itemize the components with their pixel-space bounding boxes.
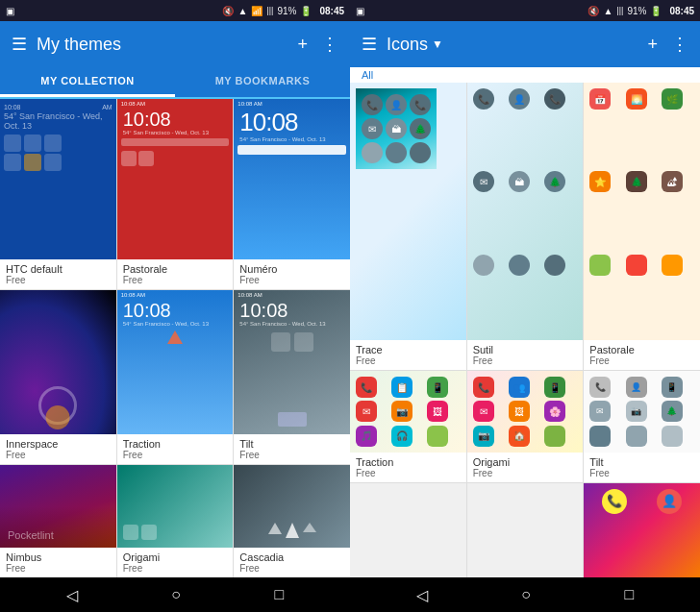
left-toolbar-actions: + ⋮ [297, 34, 338, 55]
signal-bars-right: ||| [616, 6, 623, 15]
origami-icons-price: Free [473, 468, 578, 478]
theme-traction[interactable]: 10:08 AM 10:08 54° San Francisco - Wed, … [117, 290, 234, 464]
tilt-icons-name: Tilt [589, 456, 694, 468]
empty-cell-1 [350, 483, 466, 577]
iconset-pastorale-icons[interactable]: 📅 🌅 🌿 ⭐ 🌲 🏕 Pastorale Free [584, 83, 700, 370]
add-theme-button[interactable]: + [297, 35, 308, 55]
pastorale-icons-preview: 📅 🌅 🌿 ⭐ 🌲 🏕 [584, 83, 700, 340]
pastorale-icons-info: Pastorale Free [584, 340, 700, 370]
tab-my-collection[interactable]: MY COLLECTION [0, 67, 175, 97]
sutil-name: Sutil [473, 344, 578, 355]
icons-subtitle: All [350, 67, 700, 83]
right-hamburger-icon[interactable]: ☰ [362, 34, 377, 55]
pastorale-icons-price: Free [589, 355, 694, 366]
hamburger-menu-icon[interactable]: ☰ [12, 34, 27, 55]
right-back-button[interactable]: ◁ [416, 586, 428, 604]
screen-icon: ▣ [6, 6, 14, 16]
theme-pastorale-name: Pastorale [123, 263, 228, 275]
theme-cascadia-preview [234, 465, 350, 548]
theme-origami-preview [117, 465, 234, 548]
right-panel-title: Icons [387, 35, 428, 55]
theme-tilt-info: Tilt Free [234, 434, 350, 464]
left-panel: ▣ 🔇 ▲ 📶 ||| 91% 🔋 08:45 ☰ My themes + ⋮ … [0, 0, 350, 612]
collection-tabs: MY COLLECTION MY BOOKMARKS [0, 67, 350, 99]
battery-icon-right: 🔋 [650, 6, 662, 16]
theme-cascadia-name: Cascadia [239, 551, 344, 563]
add-iconset-button[interactable]: + [647, 35, 658, 55]
theme-pastorale-price: Free [123, 275, 228, 285]
origami-icons-info: Origami Free [467, 453, 584, 482]
iconset-sutil[interactable]: 📞 👤 📞 ✉ 🏔 🌲 Sutil Free [467, 83, 584, 370]
battery-icon: 🔋 [300, 6, 312, 16]
dropdown-icon[interactable]: ▼ [432, 37, 443, 51]
right-panel-title-area: Icons ▼ [387, 35, 638, 55]
sutil-preview: 📞 👤 📞 ✉ 🏔 🌲 [467, 83, 584, 340]
tilt-icons-info: Tilt Free [584, 453, 700, 482]
tilt-bottom-cell[interactable]: 📞 👤 [584, 483, 700, 577]
theme-traction-preview: 10:08 AM 10:08 54° San Francisco - Wed, … [117, 290, 234, 434]
theme-innerspace-price: Free [6, 450, 111, 460]
mute-icon-right: 🔇 [588, 6, 599, 16]
right-home-button[interactable]: ○ [521, 586, 531, 603]
theme-tilt[interactable]: 10:08 AM 10:08 54° San Francisco - Wed, … [234, 290, 350, 464]
origami-icons-preview: 📞 👥 📱 ✉ 🖼 🌸 📷 🏠 [467, 371, 584, 452]
back-button[interactable]: ◁ [66, 586, 78, 604]
traction-icons-price: Free [356, 468, 461, 478]
left-top-bar: ☰ My themes + ⋮ [0, 21, 350, 67]
theme-origami-price: Free [123, 563, 228, 574]
left-status-bar: ▣ 🔇 ▲ 📶 ||| 91% 🔋 08:45 [0, 0, 350, 21]
theme-nimbus[interactable]: Nimbus Free [0, 465, 116, 577]
theme-pastorale[interactable]: 10:08 AM 10:08 54° San Francisco - Wed, … [117, 99, 234, 289]
recents-button[interactable]: □ [275, 586, 285, 603]
theme-numero-info: Numéro Free [234, 259, 350, 289]
time-display: 08:45 [319, 6, 344, 16]
iconset-origami-icons[interactable]: 📞 👥 📱 ✉ 🖼 🌸 📷 🏠 Origami Free [467, 371, 584, 481]
battery-text: 91% [277, 6, 296, 16]
theme-innerspace[interactable]: Innerspace Free [0, 290, 116, 464]
theme-numero[interactable]: 10:08 AM 10:08 54° San Francisco - Wed, … [234, 99, 350, 289]
theme-nimbus-name: Nimbus [6, 551, 111, 563]
sutil-info: Sutil Free [467, 340, 584, 370]
left-nav-bar: ◁ ○ □ [0, 577, 350, 612]
theme-cascadia[interactable]: Cascadia Free [234, 465, 350, 577]
tilt-bottom-preview: 📞 👤 [584, 483, 700, 577]
icons-grid: 📞 👤 📞 ✉ 🏔 🌲 Trace Free 📞 � [350, 83, 700, 577]
theme-pastorale-preview: 10:08 AM 10:08 54° San Francisco - Wed, … [117, 99, 234, 259]
battery-text-right: 91% [627, 6, 646, 16]
screen-icon-right: ▣ [356, 6, 364, 16]
theme-traction-info: Traction Free [117, 434, 234, 464]
theme-innerspace-name: Innerspace [6, 438, 111, 450]
time-display-right: 08:45 [669, 6, 694, 16]
signal-bars: ||| [266, 6, 273, 15]
theme-cascadia-price: Free [239, 563, 344, 574]
right-top-bar: ☰ Icons ▼ + ⋮ [350, 21, 700, 67]
theme-tilt-preview: 10:08 AM 10:08 54° San Francisco - Wed, … [234, 290, 350, 434]
theme-htc-name: HTC default [6, 263, 111, 275]
tilt-icons-price: Free [589, 468, 694, 478]
more-options-icon[interactable]: ⋮ [321, 34, 338, 55]
themes-grid: 10:08AM 54° San Francisco - Wed, Oct. 13 [0, 99, 350, 577]
theme-numero-preview: 10:08 AM 10:08 54° San Francisco - Wed, … [234, 99, 350, 259]
theme-htc-preview: 10:08AM 54° San Francisco - Wed, Oct. 13 [0, 99, 116, 259]
left-panel-title: My themes [37, 35, 288, 55]
empty-cell-2 [467, 483, 584, 577]
sutil-price: Free [473, 355, 578, 366]
right-status-bar: ▣ 🔇 ▲ ||| 91% 🔋 08:45 [350, 0, 700, 21]
theme-traction-name: Traction [123, 438, 228, 450]
theme-origami-info: Origami Free [117, 548, 234, 577]
home-button[interactable]: ○ [171, 586, 181, 603]
right-toolbar-actions: + ⋮ [647, 34, 688, 55]
iconset-traction-icons[interactable]: 📞 📋 📱 ✉ 📷 🖼 🎵 🎧 Traction Free [350, 371, 466, 481]
iconset-tilt-icons[interactable]: 📞 👤 📱 ✉ 📷 🌲 Tilt Free [584, 371, 700, 481]
iconset-trace[interactable]: 📞 👤 📞 ✉ 🏔 🌲 Trace Free [350, 83, 466, 370]
theme-traction-price: Free [123, 450, 228, 460]
more-options-right-icon[interactable]: ⋮ [671, 34, 688, 55]
theme-origami[interactable]: Origami Free [117, 465, 234, 577]
wifi-icon: ▲ [238, 6, 247, 16]
right-recents-button[interactable]: □ [625, 586, 635, 603]
theme-htc-default[interactable]: 10:08AM 54° San Francisco - Wed, Oct. 13 [0, 99, 116, 289]
theme-innerspace-preview [0, 290, 116, 434]
theme-nimbus-preview [0, 465, 116, 548]
theme-tilt-name: Tilt [239, 438, 344, 450]
tab-my-bookmarks[interactable]: MY BOOKMARKS [175, 67, 350, 97]
